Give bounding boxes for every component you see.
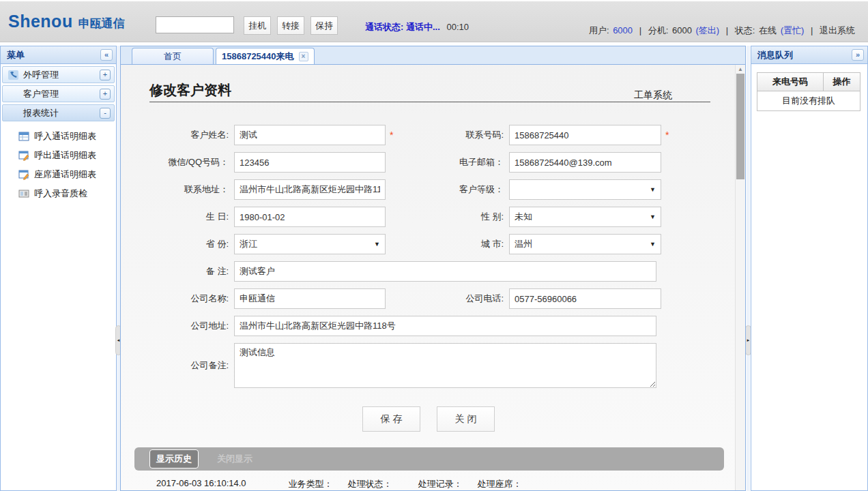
splitter-right-arrow-icon: ► [747,338,751,342]
call-status-label: 通话状态: [365,22,403,32]
history-record: 2017-06-03 16:10:14.0 业务类型： 处理状态： 处理记录： … [156,478,745,490]
extension-label: 分机: [648,25,669,35]
call-status: 通话状态: 通话中... 00:10 [365,21,469,33]
sidebar-item-outbound-report[interactable]: 呼出通话明细表 [1,146,116,165]
history-record-label: 处理记录： [418,478,463,490]
edit-form-icon [18,169,29,180]
app-window: Shenou 申瓯通信 挂机 转接 保持 通话状态: 通话中... 00:10 … [0,0,868,491]
sidebar-menu-panel: 菜单 « 外呼管理 + 客户管理 + 报表统计 - [0,46,117,491]
action-column-header: 操作 [824,73,860,91]
wechat-qq-input[interactable] [234,152,386,173]
history-toolbar: 显示历史 关闭显示 [134,447,724,471]
history-timestamp: 2017-06-03 16:10:14.0 [156,478,246,490]
tab-home[interactable]: 首页 [132,48,214,64]
transfer-button[interactable]: 转接 [277,16,304,35]
province-select[interactable]: 浙江 ▼ [234,234,386,254]
wechat-qq-label: 微信/QQ号码： [121,156,234,168]
main-panel: 首页 15868725440来电 × 修改客户资料 工单系统 客户姓名: * [120,46,746,491]
required-asterisk: * [665,130,675,140]
expand-icon[interactable]: + [100,70,111,80]
chevron-down-icon: ▼ [650,213,656,220]
hold-button[interactable]: 保持 [310,16,338,35]
report-icon [18,188,29,199]
birthday-input[interactable] [234,207,386,227]
collapse-icon[interactable]: - [100,108,111,119]
customer-level-select[interactable]: ▼ [509,179,661,200]
scrollbar-thumb[interactable] [736,74,744,179]
province-label: 省 份: [121,238,234,250]
queue-collapse-icon[interactable]: » [852,49,864,61]
sidebar-item-label: 座席通话明细表 [34,168,96,181]
title-divider [149,102,710,102]
call-status-value: 通话中... [406,22,440,32]
top-header: Shenou 申瓯通信 挂机 转接 保持 通话状态: 通话中... 00:10 … [0,0,868,42]
sidebar-item-agent-report[interactable]: 座席通话明细表 [1,165,116,184]
set-busy-link[interactable]: (置忙) [781,25,805,35]
queue-header: 消息队列 » [751,46,867,64]
history-type-label: 业务类型： [289,478,333,490]
customer-name-label: 客户姓名: [121,129,234,141]
sidebar-item-inbound-report[interactable]: 呼入通话明细表 [1,127,116,146]
contact-address-label: 联系地址： [121,183,234,196]
company-note-textarea[interactable]: 测试信息 [234,343,656,388]
email-input[interactable] [509,152,661,173]
dial-number-input[interactable] [156,16,234,33]
brand-logo-en: Shenou [8,12,73,31]
page-title: 修改客户资料 [149,81,231,102]
customer-level-label: 客户等级： [399,183,509,196]
edit-form-icon [18,150,29,161]
status-value: 在线 [759,25,777,35]
hangup-button[interactable]: 挂机 [244,16,271,35]
call-controls: 挂机 转接 保持 [244,16,338,35]
required-asterisk: * [390,130,399,140]
customer-name-input[interactable] [234,125,386,145]
sidebar-collapse-icon[interactable]: « [100,49,113,61]
sidebar-group-customers[interactable]: 客户管理 + [2,85,115,102]
company-name-input[interactable] [234,288,386,309]
history-agent-label: 处理座席： [478,478,522,490]
user-id-link[interactable]: 6000 [613,25,633,35]
tab-bar: 首页 15868725440来电 × [121,46,745,65]
signout-link[interactable]: (签出) [696,25,720,35]
sidebar-group-label: 报表统计 [23,107,59,119]
company-address-label: 公司地址: [121,320,234,332]
gender-select[interactable]: 未知 ▼ [509,207,661,227]
note-input[interactable] [234,261,656,282]
vertical-scrollbar[interactable]: ▲ [735,65,745,490]
chevron-down-icon: ▼ [650,241,656,248]
work-order-system-link[interactable]: 工单系统 [634,89,672,102]
main-content: 修改客户资料 工单系统 客户姓名: * 联系号码: * [121,65,745,490]
gender-label: 性 别: [399,211,509,223]
company-name-label: 公司名称: [121,293,234,305]
show-history-button[interactable]: 显示历史 [149,449,199,468]
close-button[interactable]: 关 闭 [437,406,495,432]
sidebar-item-label: 呼入通话明细表 [34,130,96,143]
separator: | [811,25,813,35]
tab-incoming-call[interactable]: 15868725440来电 × [216,48,315,64]
save-button[interactable]: 保 存 [362,406,420,432]
queue-table: 来电号码 操作 目前没有排队 [757,72,860,111]
contact-number-input[interactable] [509,125,661,145]
caller-number-column-header: 来电号码 [757,73,824,91]
queue-table-header: 来电号码 操作 [757,73,860,91]
scroll-up-icon[interactable]: ▲ [736,65,745,74]
expand-icon[interactable]: + [100,89,111,100]
chevron-down-icon: ▼ [374,241,380,248]
call-timer: 00:10 [446,22,469,32]
sidebar-group-outbound[interactable]: 外呼管理 + [2,66,115,83]
close-icon[interactable]: × [299,52,308,61]
logout-link[interactable]: 退出系统 [820,25,855,35]
queue-title: 消息队列 [757,49,793,61]
sidebar-group-label: 客户管理 [23,88,59,100]
sidebar-item-recording-qc[interactable]: 呼入录音质检 [1,184,116,203]
hide-history-button[interactable]: 关闭显示 [217,453,252,465]
note-label: 备 注: [121,265,234,278]
sidebar-group-reports[interactable]: 报表统计 - [2,104,115,121]
company-phone-label: 公司电话: [399,293,509,305]
contact-address-input[interactable] [234,179,386,200]
city-select[interactable]: 温州 ▼ [509,234,661,254]
sidebar-submenu: 呼入通话明细表 呼出通话明细表 座席通话明细表 [1,121,116,203]
birthday-label: 生 日: [121,211,234,223]
company-phone-input[interactable] [509,288,661,309]
company-address-input[interactable] [234,316,656,336]
